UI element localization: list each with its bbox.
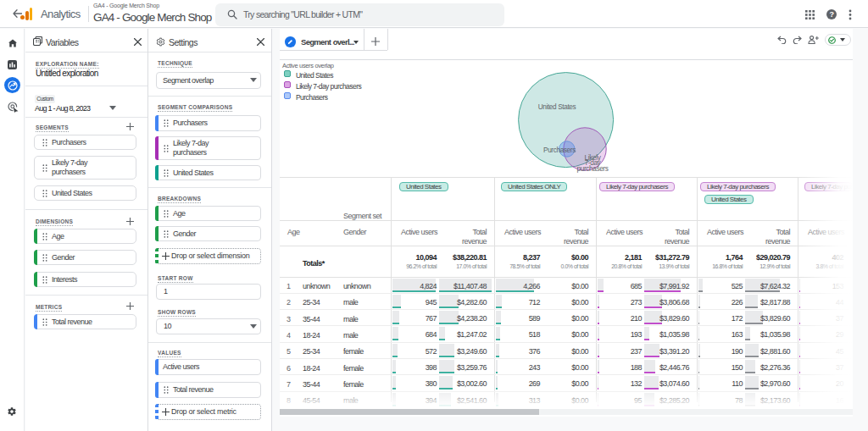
svg-text:purchasers: purchasers [576,165,608,173]
svg-text:Purchasers: Purchasers [543,146,576,154]
svg-text:United States: United States [538,103,576,111]
